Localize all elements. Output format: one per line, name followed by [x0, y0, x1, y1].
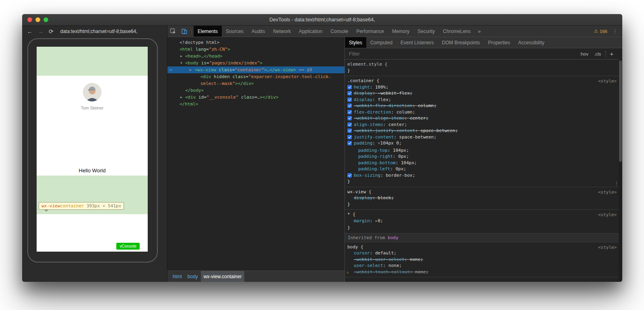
minimize-window-button[interactable]: [35, 17, 40, 22]
tree-node-body-open[interactable]: ▼<body is="pages/index/index">: [167, 60, 345, 66]
tab-memory[interactable]: Memory: [388, 26, 413, 37]
rule-selector[interactable]: .container: [347, 78, 374, 83]
collapse-arrow-icon[interactable]: ▶: [376, 218, 377, 225]
warning-count-badge[interactable]: ⚠ 166: [594, 29, 607, 34]
tree-node-wx-view-selected[interactable]: ⋯▶<wx-view class="container">…</wx-view>…: [167, 66, 345, 73]
css-property-display-block[interactable]: display: block;: [345, 195, 622, 201]
inherited-node-link[interactable]: body: [388, 235, 398, 240]
tab-accessibility[interactable]: Accessibility: [514, 37, 548, 48]
styles-filter-input[interactable]: [348, 51, 454, 57]
tab-elements[interactable]: Elements: [194, 26, 222, 37]
tab-application[interactable]: Application: [295, 26, 326, 37]
css-property-padding-bottom[interactable]: padding-bottom: 104px;: [345, 160, 622, 166]
breadcrumb-item-body[interactable]: body: [185, 271, 201, 282]
property-checkbox[interactable]: [347, 128, 352, 133]
style-source-link[interactable]: <style>: [598, 78, 617, 85]
collapse-arrow-icon[interactable]: ▶: [180, 94, 182, 101]
back-icon[interactable]: ←: [27, 29, 33, 34]
tree-node-vconsole-div[interactable]: ▶<div id="__vconsole" class=…></div>: [167, 94, 345, 101]
css-property-margin[interactable]: margin: ▶0;: [345, 218, 622, 225]
breadcrumb-item-wx-view[interactable]: wx-view.container: [201, 271, 245, 282]
property-checkbox[interactable]: [347, 110, 352, 114]
property-checkbox[interactable]: [347, 122, 352, 127]
css-property-padding-left[interactable]: padding-left: 0px;: [345, 166, 622, 172]
gutter-dots-icon[interactable]: ⋯: [169, 66, 173, 73]
tab-network[interactable]: Network: [269, 26, 295, 37]
zoom-window-button[interactable]: [43, 17, 48, 22]
css-property-justify-content[interactable]: justify-content: space-between;: [345, 134, 622, 141]
css-property-padding[interactable]: padding: ▼104px 0;: [345, 140, 622, 147]
css-property-webkit-justify-content[interactable]: -webkit-justify-content: space-between;: [345, 128, 622, 134]
device-toolbar-icon[interactable]: [179, 26, 190, 37]
tree-node-mask-div-wrap[interactable]: select--mask"></div>: [167, 80, 345, 87]
tree-node-head[interactable]: ▶<head>…</head>: [167, 53, 345, 60]
tab-security[interactable]: Security: [413, 26, 439, 37]
property-checkbox[interactable]: [347, 91, 352, 95]
rule-selector[interactable]: body: [347, 244, 358, 250]
element-classes-toggle[interactable]: .cls: [591, 52, 604, 56]
new-style-rule-icon[interactable]: +: [605, 50, 617, 57]
style-source-link[interactable]: <style>: [598, 244, 617, 251]
rule-selector[interactable]: element.style: [347, 62, 382, 67]
property-checkbox[interactable]: [347, 135, 352, 139]
tree-node-mask-div[interactable]: <div hidden class="exparser-inspector-to…: [167, 73, 345, 80]
forward-icon[interactable]: →: [38, 29, 43, 34]
css-property-webkit-align-items[interactable]: -webkit-align-items: center;: [345, 115, 622, 122]
tree-node-html-open[interactable]: <html lang="zh-CN">: [167, 46, 345, 53]
rule-selector[interactable]: wx-view: [347, 189, 366, 194]
style-source-link[interactable]: <style>: [598, 189, 617, 196]
tree-node-doctype[interactable]: <!doctype html>: [167, 39, 345, 46]
tab-computed[interactable]: Computed: [366, 37, 396, 48]
property-checkbox[interactable]: [347, 173, 352, 178]
css-property-display-webkit[interactable]: display: -webkit-flex;: [345, 90, 622, 97]
tab-properties[interactable]: Properties: [484, 37, 514, 48]
property-checkbox[interactable]: [347, 116, 352, 120]
tab-styles[interactable]: Styles: [345, 37, 366, 48]
tab-dom-breakpoints[interactable]: DOM Breakpoints: [438, 37, 484, 48]
property-checkbox[interactable]: [347, 103, 352, 108]
styles-scrollbar-thumb[interactable]: [619, 60, 622, 162]
tree-node-html-close[interactable]: </html>: [167, 101, 345, 107]
pseudo-state-toggle[interactable]: :hov: [577, 52, 591, 56]
tab-chromelens[interactable]: ChromeLens: [439, 26, 475, 37]
collapse-arrow-icon[interactable]: ▶: [190, 66, 192, 73]
css-property-webkit-user-select[interactable]: -webkit-user-select: none;: [345, 256, 622, 263]
style-source-link[interactable]: <style>: [598, 212, 617, 218]
css-property-align-items[interactable]: align-items: center;: [345, 122, 622, 128]
rule-selector[interactable]: *: [347, 212, 350, 217]
css-property-display[interactable]: display: flex;: [345, 97, 622, 103]
tab-audits[interactable]: Audits: [248, 26, 269, 37]
css-property-user-select[interactable]: user-select: none;: [345, 262, 622, 269]
inspect-element-icon[interactable]: [167, 26, 179, 37]
breadcrumb-item-html[interactable]: html: [170, 271, 185, 282]
css-rule-container: .container { <style> height: 100%; displ…: [345, 76, 622, 187]
url-bar[interactable]: data:text/html;charset=utf-8;base64,: [60, 29, 138, 34]
tree-node-body-close[interactable]: </body>: [167, 87, 345, 94]
traffic-lights: [27, 17, 48, 22]
more-tabs-icon[interactable]: »: [475, 28, 484, 34]
css-property-cursor[interactable]: cursor: default;: [345, 250, 622, 256]
dom-tree: <!doctype html> <html lang="zh-CN"> ▶<he…: [167, 37, 345, 271]
css-property-box-sizing[interactable]: box-sizing: border-box;: [345, 172, 622, 179]
vconsole-button[interactable]: vConsole: [116, 243, 140, 250]
greeting-text: Hello World: [37, 167, 148, 174]
reload-icon[interactable]: ⟳: [49, 29, 54, 34]
tab-sources[interactable]: Sources: [222, 26, 248, 37]
property-checkbox[interactable]: [347, 85, 352, 89]
devtools-menu-icon[interactable]: ⋮: [607, 28, 622, 34]
tab-performance[interactable]: Performance: [352, 26, 388, 37]
css-property-webkit-flex-direction[interactable]: -webkit-flex-direction: column;: [345, 103, 622, 109]
css-property-webkit-touch-callout[interactable]: ⚠-webkit-touch-callout: none;: [345, 269, 622, 275]
tab-console[interactable]: Console: [326, 26, 352, 37]
expand-arrow-icon[interactable]: ▼: [180, 60, 182, 66]
tab-event-listeners[interactable]: Event Listeners: [396, 37, 438, 48]
property-checkbox[interactable]: [347, 97, 352, 102]
property-checkbox[interactable]: [347, 141, 352, 145]
css-property-flex-direction[interactable]: flex-direction: column;: [345, 109, 622, 116]
collapse-arrow-icon[interactable]: ▶: [180, 53, 182, 60]
css-property-height[interactable]: height: 100%;: [345, 84, 622, 91]
expand-arrow-icon[interactable]: ▼: [378, 141, 380, 147]
css-property-padding-right[interactable]: padding-right: 0px;: [345, 153, 622, 160]
close-window-button[interactable]: [27, 17, 32, 22]
css-property-padding-top[interactable]: padding-top: 104px;: [345, 147, 622, 154]
